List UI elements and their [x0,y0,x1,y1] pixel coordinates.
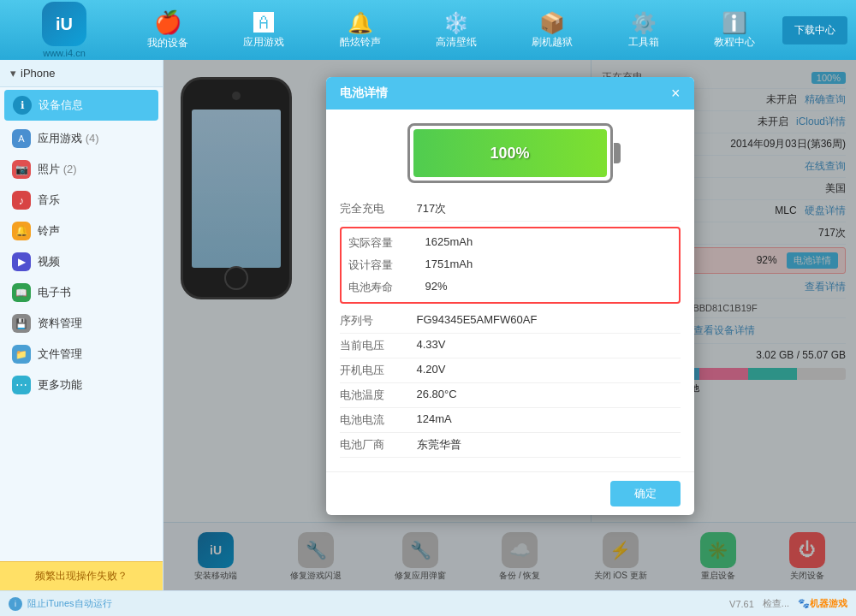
icon-video: ▶ [12,252,31,271]
modal-full-charge-row: 完全充电 717次 [340,197,681,222]
branding-logo: 🐾机器游戏 [798,597,847,610]
open-voltage-row: 开机电压 4.20V [340,358,681,383]
serial-label-modal: 序列号 [340,313,417,329]
open-voltage-value: 4.20V [417,363,446,378]
sidebar-label-file-mgmt: 文件管理 [38,346,82,362]
battery-modal: 电池详情 × 100% [326,77,694,515]
actual-capacity-value: 1625mAh [425,235,473,251]
icon-more: ⋯ [12,376,31,394]
warning-text: 频繁出现操作失败？ [35,570,128,582]
design-capacity-value: 1751mAh [425,258,473,273]
full-charge-value: 717次 [417,201,447,216]
battery-percent: 100% [490,145,529,163]
current-row: 电池电流 124mA [340,408,681,433]
manufacturer-label: 电池厂商 [340,437,417,453]
icon-data-mgmt: 💾 [12,314,31,333]
battery-fill: 100% [413,129,607,177]
sidebar-item-ringtone[interactable]: 🔔 铃声 [0,216,163,246]
sidebar-item-music[interactable]: ♪ 音乐 [0,185,163,216]
itunes-warning[interactable]: i 阻止iTunes自动运行 [9,597,112,611]
sidebar-item-apps[interactable]: A 应用游戏 (4) [0,123,163,154]
sidebar-label-video: 视频 [38,254,60,270]
icon-ebook: 📖 [12,283,31,302]
modal-title: 电池详情 [340,86,388,101]
icon-photos: 📷 [12,160,31,179]
serial-value-modal: FG94345E5AMFW60AF [417,313,538,329]
itunes-icon: i [9,597,22,611]
nav-wallpaper[interactable]: ❄️ 高清壁纸 [436,11,477,50]
sidebar-label-apps: 应用游戏 (4) [38,131,99,146]
icon-info: ℹ [13,96,32,115]
sidebar-label-ebook: 电子书 [38,285,71,300]
version-label: V7.61 [729,599,754,609]
content-area: 正在充电 100% Apple ID锁 未开启 精确查询 iCloud 未开启 … [163,60,856,590]
open-voltage-label: 开机电压 [340,363,417,378]
battery-outer: 100% [407,123,613,183]
modal-header: 电池详情 × [326,77,694,110]
nav-bar: 🍎 我的设备 🅰 应用游戏 🔔 酷炫铃声 ❄️ 高清壁纸 📦 刷机越狱 ⚙️ 工… [120,9,782,50]
download-center-button[interactable]: 下载中心 [782,16,847,44]
actual-capacity-label: 实际容量 [348,235,425,251]
warning-banner[interactable]: 频繁出现操作失败？ [0,561,163,590]
current-label: 电池电流 [340,412,417,428]
temperature-row: 电池温度 26.80°C [340,383,681,408]
logo-icon: iU [42,2,86,46]
expand-icon: ▾ [10,67,16,80]
sidebar-item-device-info[interactable]: ℹ 设备信息 [4,90,158,121]
voltage-row: 当前电压 4.33V [340,334,681,358]
nav-my-device[interactable]: 🍎 我的设备 [147,9,188,50]
sidebar-item-file-mgmt[interactable]: 📁 文件管理 [0,339,163,370]
serial-row-modal: 序列号 FG94345E5AMFW60AF [340,309,681,334]
modal-footer: 确定 [326,471,694,515]
sidebar-label-photos: 照片 (2) [38,162,77,177]
sidebar-item-more[interactable]: ⋯ 更多功能 [0,370,163,400]
nav-apps-games[interactable]: 🅰 应用游戏 [243,11,284,50]
design-capacity-label: 设计容量 [348,258,425,273]
modal-battery-health-row: 电池寿命 92% [348,276,672,299]
sidebar: ▾ iPhone ℹ 设备信息 A 应用游戏 (4) 📷 照片 (2) ♪ 音乐… [0,60,163,590]
nav-tutorials[interactable]: ℹ️ 教程中心 [714,11,755,50]
modal-battery-health-label: 电池寿命 [348,280,425,295]
modal-overlay: 电池详情 × 100% [163,60,856,590]
confirm-button[interactable]: 确定 [610,481,681,506]
manufacturer-value: 东莞华普 [417,437,461,453]
nav-ringtones[interactable]: 🔔 酷炫铃声 [340,11,381,50]
sidebar-label-more: 更多功能 [38,377,82,393]
design-capacity-row: 设计容量 1751mAh [348,254,672,276]
sidebar-item-ebook[interactable]: 📖 电子书 [0,277,163,308]
actual-capacity-row: 实际容量 1625mAh [348,232,672,254]
icon-music: ♪ [12,191,31,210]
sidebar-label-ringtone: 铃声 [38,223,60,239]
voltage-label: 当前电压 [340,338,417,353]
logo-site: www.i4.cn [43,48,86,58]
current-value: 124mA [417,412,452,428]
sidebar-item-video[interactable]: ▶ 视频 [0,246,163,277]
nav-toolbox[interactable]: ⚙️ 工具箱 [628,11,659,50]
modal-battery-health-value: 92% [425,280,448,295]
sidebar-label-device-info: 设备信息 [39,98,83,113]
full-charge-label: 完全充电 [340,201,417,216]
voltage-value: 4.33V [417,338,446,353]
icon-ringtone: 🔔 [12,222,31,240]
icon-apps: A [12,129,31,148]
nav-jailbreak[interactable]: 📦 刷机越狱 [532,11,573,50]
header: iU www.i4.cn 🍎 我的设备 🅰 应用游戏 🔔 酷炫铃声 ❄️ 高清壁… [0,0,856,60]
temperature-label: 电池温度 [340,388,417,403]
highlight-box: 实际容量 1625mAh 设计容量 1751mAh 电池寿命 92% [340,227,681,304]
statusbar-right: V7.61 检查... 🐾机器游戏 [729,597,847,610]
device-name: iPhone [21,67,55,80]
modal-body: 100% 完全充电 717次 实际容量 1625mAh [326,110,694,471]
itunes-warning-text: 阻止iTunes自动运行 [27,597,112,610]
sidebar-item-data-mgmt[interactable]: 💾 资料管理 [0,308,163,339]
check-label: 检查... [763,597,789,610]
sidebar-item-photos[interactable]: 📷 照片 (2) [0,154,163,185]
icon-file-mgmt: 📁 [12,345,31,364]
battery-terminal [614,143,621,163]
status-bar: i 阻止iTunes自动运行 V7.61 检查... 🐾机器游戏 [0,590,856,616]
sidebar-label-music: 音乐 [38,192,60,208]
sidebar-device-header: ▾ iPhone [0,60,163,87]
battery-visual: 100% [340,123,681,183]
manufacturer-row: 电池厂商 东莞华普 [340,433,681,458]
logo: iU www.i4.cn [9,2,120,58]
modal-close-button[interactable]: × [671,86,681,101]
